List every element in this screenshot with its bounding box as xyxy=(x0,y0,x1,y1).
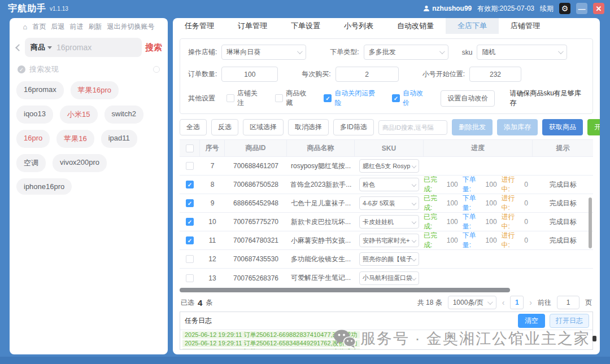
tab-order-manage[interactable]: 订单管理 xyxy=(226,18,279,34)
product-id-search-input[interactable] xyxy=(378,120,447,135)
renew-link[interactable]: 续期 xyxy=(540,4,554,14)
tab-order-settings[interactable]: 下单设置 xyxy=(279,18,332,34)
row-product-name: 首饰盒2023新款手... xyxy=(290,180,352,190)
row-checkbox[interactable] xyxy=(186,218,194,226)
page-size-select[interactable]: 1000条/页 xyxy=(448,296,496,309)
current-page-button[interactable]: 1 xyxy=(510,296,524,309)
tag-item[interactable]: iphone16pro xyxy=(16,178,72,195)
row-sku-select[interactable]: 小马航利扭蛋口袋 xyxy=(359,271,419,285)
chevron-down-icon xyxy=(412,257,416,261)
start-task-button[interactable]: 开始任务 xyxy=(587,119,600,135)
chevron-down-icon xyxy=(297,49,303,54)
auto-reprice-checkbox[interactable] xyxy=(392,94,400,102)
per-buy-input[interactable] xyxy=(336,67,399,82)
tag-item[interactable]: 16promax xyxy=(16,81,64,99)
row-sku-select[interactable]: 粉色 xyxy=(359,178,419,191)
tag-item[interactable]: 苹果16pro xyxy=(71,81,119,99)
order-type-select[interactable]: 多多批发 xyxy=(364,45,448,60)
table-row: 7 700688461207 rosyposy腮红笔按... 腮红色5支 Ros… xyxy=(180,157,593,176)
log-line: 2025-06-12 19:29:11 订单250612-65834844929… xyxy=(182,340,360,347)
row-sku-select[interactable]: 腮红色5支 Rosyp xyxy=(359,159,419,173)
chevron-left-icon[interactable] xyxy=(15,44,23,51)
tab-whole-store-order[interactable]: 全店下单 xyxy=(446,18,499,34)
row-sku-select[interactable]: 卡皮娃娃机 xyxy=(359,215,419,229)
favorite-product-checkbox[interactable] xyxy=(275,94,283,102)
select-all-checkbox[interactable] xyxy=(186,144,194,152)
prev-page-button[interactable]: ‹ xyxy=(502,298,505,307)
table-row: 9 688665452948 七色十足儿童袜子... 4-6岁 5双装 已完成:… xyxy=(180,194,593,213)
search-input[interactable] xyxy=(56,43,124,52)
minimize-button[interactable]: — xyxy=(576,3,587,14)
row-sku-select[interactable]: 安静书宅家时光+ xyxy=(359,234,419,247)
invert-select-button[interactable]: 反选 xyxy=(211,119,238,135)
row-checkbox[interactable] xyxy=(186,162,194,170)
sku-stock-note: 请确保商品sku有足够库存 xyxy=(509,89,585,108)
account-name: nzhushou99 xyxy=(432,5,472,12)
sku-select[interactable]: 随机 xyxy=(477,45,567,60)
goto-page-input[interactable] xyxy=(557,296,580,309)
favorite-product-label: 商品收藏 xyxy=(286,89,311,108)
order-qty-input[interactable] xyxy=(221,67,278,82)
hot-search-tags: 16promax 苹果16pro iqoo13 小米15 switch2 16p… xyxy=(10,76,168,200)
tab-alt-accounts[interactable]: 小号列表 xyxy=(332,18,385,34)
settings-gear-icon[interactable]: ⚙ xyxy=(559,3,570,14)
nav-back[interactable]: 后退 xyxy=(51,22,64,32)
store-select[interactable]: 琳琳向日葵 xyxy=(221,45,306,60)
start-pos-input[interactable] xyxy=(469,67,521,82)
tab-bar: 任务管理 订单管理 下单设置 小号列表 自动改销量 全店下单 店铺管理 xyxy=(173,18,600,34)
set-auto-reprice-button[interactable]: 设置自动改价 xyxy=(441,90,495,107)
nav-home[interactable]: 首页 xyxy=(32,22,46,32)
row-progress xyxy=(424,250,533,268)
pagination-bar: 已选 4 条 共 18 条 1000条/页 ‹ 1 › 前往 页 xyxy=(173,293,600,312)
home-icon[interactable]: ⌂ xyxy=(23,23,28,31)
nav-refresh[interactable]: 刷新 xyxy=(88,22,102,32)
row-sku-select[interactable]: 照亮你的颜【镜子 xyxy=(359,252,419,266)
delete-batch-button[interactable]: 删除批发 xyxy=(452,119,493,135)
table-row: 11 700764780321 小麻薯安静书女孩... 安静书宅家时光+ 已完成… xyxy=(180,231,593,250)
row-checkbox[interactable] xyxy=(186,274,194,282)
select-all-button[interactable]: 全选 xyxy=(180,119,207,135)
row-sku-select[interactable]: 4-6岁 5双装 xyxy=(359,196,419,210)
open-log-button[interactable]: 打开日志 xyxy=(550,314,589,328)
bottom-status-strip xyxy=(0,357,610,364)
follow-store-checkbox[interactable] xyxy=(226,94,234,102)
tag-item[interactable]: 空调 xyxy=(16,154,46,172)
tab-store-manage[interactable]: 店铺管理 xyxy=(499,18,552,34)
tag-item[interactable]: vivox200pro xyxy=(53,154,107,172)
row-product-name: rosyposy腮红笔按... xyxy=(291,161,351,171)
vertical-scrollbar[interactable] xyxy=(589,198,592,248)
search-button[interactable]: 搜索 xyxy=(145,42,162,53)
add-stock-button[interactable]: 添加库存 xyxy=(497,119,538,135)
tab-task-manage[interactable]: 任务管理 xyxy=(173,18,226,34)
close-button[interactable]: ✕ xyxy=(593,3,604,14)
task-log-title: 任务日志 xyxy=(185,316,212,326)
auto-close-freight-checkbox[interactable] xyxy=(324,94,332,102)
tag-item[interactable]: 苹果16 xyxy=(56,130,94,148)
nav-forward[interactable]: 前进 xyxy=(69,22,83,32)
cancel-select-button[interactable]: 取消选择 xyxy=(288,119,329,135)
search-category-dropdown[interactable]: 商品 xyxy=(30,42,52,52)
row-checkbox[interactable] xyxy=(186,255,194,263)
multi-id-filter-button[interactable]: 多ID筛选 xyxy=(333,119,374,135)
tag-item[interactable]: switch2 xyxy=(104,106,143,124)
row-tip: 完成目标 xyxy=(533,213,593,231)
next-page-button[interactable]: › xyxy=(529,298,532,307)
fetch-products-button[interactable]: 获取商品 xyxy=(542,119,583,135)
nav-logout-switch[interactable]: 退出并切换账号 xyxy=(107,22,154,32)
row-checkbox[interactable] xyxy=(186,199,194,207)
horizontal-scrollbar[interactable] xyxy=(180,288,593,293)
row-seq: 12 xyxy=(200,250,225,268)
tag-item[interactable]: 小米15 xyxy=(60,106,97,124)
tag-item[interactable]: 16pro xyxy=(16,130,50,148)
row-checkbox[interactable] xyxy=(186,181,194,188)
tag-item[interactable]: ipad11 xyxy=(101,130,137,148)
tag-item[interactable]: iqoo13 xyxy=(16,106,53,124)
row-checkbox[interactable] xyxy=(186,236,194,244)
discover-toggle-icon[interactable] xyxy=(153,66,160,73)
sku-select-value: 随机 xyxy=(482,47,495,57)
tab-auto-sales[interactable]: 自动改销量 xyxy=(385,18,446,34)
region-select-button[interactable]: 区域选择 xyxy=(243,119,284,135)
row-product-name: 可爱解压学生笔记... xyxy=(291,273,351,283)
search-input-group[interactable]: 商品 xyxy=(25,38,142,57)
clear-log-button[interactable]: 清空 xyxy=(518,314,545,328)
